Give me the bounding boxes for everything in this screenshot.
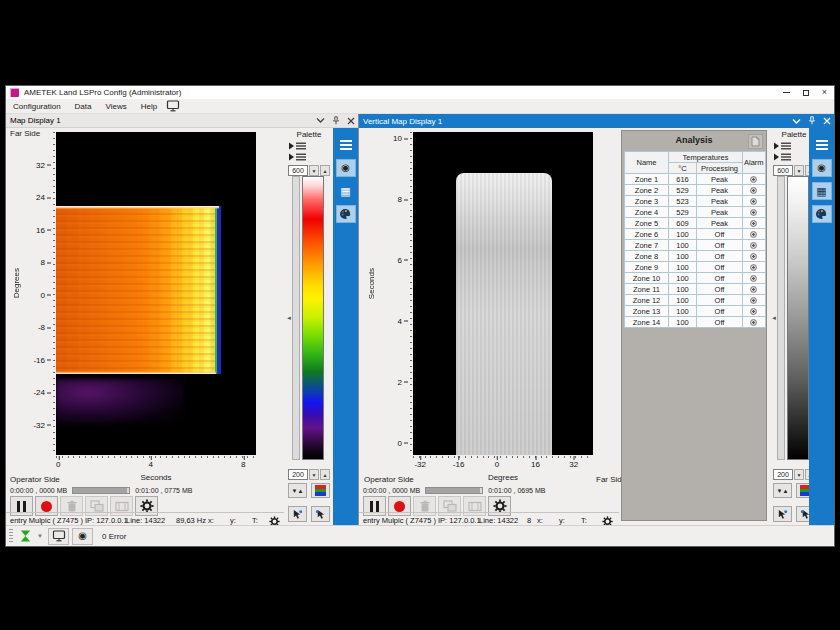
palette-slider-marker[interactable]: ◄ bbox=[286, 315, 292, 321]
palette-min-down-button[interactable]: ▼ bbox=[794, 469, 804, 480]
analysis-zone-row[interactable]: Zone 2529Peak bbox=[625, 185, 766, 196]
connection-dropdown-button[interactable]: ▼ bbox=[35, 528, 45, 545]
vertical-map-image[interactable] bbox=[413, 132, 593, 455]
analysis-export-button[interactable] bbox=[748, 134, 763, 149]
zone-name: Zone 11 bbox=[625, 284, 669, 295]
palette-autoscale-button[interactable]: ▼▲ bbox=[288, 483, 307, 498]
column-header-alarm[interactable]: Alarm bbox=[743, 152, 766, 174]
strip-menu-button[interactable] bbox=[336, 136, 356, 154]
pointer-tool-button[interactable] bbox=[773, 506, 792, 522]
analysis-zone-row[interactable]: Zone 1616Peak bbox=[625, 174, 766, 185]
monitor-menu-button[interactable] bbox=[166, 100, 180, 112]
zone-name: Zone 14 bbox=[625, 317, 669, 328]
palette-max-up-button[interactable]: ▲ bbox=[320, 165, 330, 176]
panel-close-button[interactable] bbox=[819, 115, 834, 127]
panel-pin-button[interactable] bbox=[804, 115, 819, 127]
playlist-icon bbox=[774, 153, 792, 161]
strip-display-button[interactable]: ◉ bbox=[812, 159, 832, 177]
panel-pin-button[interactable] bbox=[328, 115, 343, 127]
palette-max-value[interactable]: 600 bbox=[773, 165, 793, 176]
strip-menu-button[interactable] bbox=[812, 136, 832, 154]
palette-preset-button-1[interactable] bbox=[289, 141, 313, 151]
gear-icon bbox=[493, 499, 507, 513]
zone-processing: Peak bbox=[697, 185, 743, 196]
palette-min-value[interactable]: 200 bbox=[288, 469, 308, 480]
analysis-zone-row[interactable]: Zone 9100Off bbox=[625, 262, 766, 273]
palette-gradient[interactable] bbox=[302, 176, 324, 460]
palette-min-spinner: 200 ▼ ▲ bbox=[288, 469, 332, 480]
close-button[interactable]: × bbox=[815, 86, 834, 99]
strip-palette-button[interactable] bbox=[336, 205, 356, 223]
analysis-zone-row[interactable]: Zone 13100Off bbox=[625, 306, 766, 317]
analysis-zone-row[interactable]: Zone 5609Peak bbox=[625, 218, 766, 229]
strip-table-button[interactable]: ▦ bbox=[812, 182, 832, 200]
minimize-button[interactable] bbox=[777, 86, 796, 99]
statusbar-grip[interactable] bbox=[9, 529, 13, 543]
rgb-icon bbox=[315, 485, 326, 496]
palette-max-down-button[interactable]: ▼ bbox=[309, 165, 319, 176]
palette-preset-button-1[interactable] bbox=[774, 141, 798, 151]
panel-menu-button[interactable] bbox=[313, 115, 328, 127]
strip-palette-button[interactable] bbox=[812, 205, 832, 223]
palette-min-down-button[interactable]: ▼ bbox=[309, 469, 319, 480]
panel-close-button[interactable] bbox=[343, 115, 358, 127]
pin-icon bbox=[807, 116, 817, 126]
line-status: Line: 14322 bbox=[479, 516, 518, 525]
zone-alarm bbox=[743, 251, 766, 262]
zone-processing: Off bbox=[697, 251, 743, 262]
operator-side-label: Operator Side bbox=[10, 475, 60, 484]
target-status-button[interactable]: ◉ bbox=[72, 528, 93, 545]
alarm-led-icon bbox=[750, 198, 757, 205]
axis-tick-label: 32 bbox=[36, 160, 45, 169]
analysis-zone-row[interactable]: Zone 4529Peak bbox=[625, 207, 766, 218]
palette-slider-marker[interactable]: ◄ bbox=[771, 315, 777, 321]
menu-help[interactable]: Help bbox=[134, 100, 164, 113]
maximize-button[interactable] bbox=[796, 86, 815, 99]
palette-min-up-button[interactable]: ▲ bbox=[320, 469, 330, 480]
palette-slider-track[interactable] bbox=[292, 176, 300, 460]
palette-gradient[interactable] bbox=[787, 176, 809, 460]
axis-tick-label: 6 bbox=[398, 255, 402, 264]
zone-name: Zone 12 bbox=[625, 295, 669, 306]
analysis-zone-row[interactable]: Zone 12100Off bbox=[625, 295, 766, 306]
analysis-zone-row[interactable]: Zone 11100Off bbox=[625, 284, 766, 295]
analysis-zone-row[interactable]: Zone 14100Off bbox=[625, 317, 766, 328]
zone-name: Zone 8 bbox=[625, 251, 669, 262]
menu-configuration[interactable]: Configuration bbox=[6, 100, 68, 113]
analysis-zone-row[interactable]: Zone 10100Off bbox=[625, 273, 766, 284]
cursor-x-label: x: bbox=[208, 516, 214, 525]
palette-color-mode-button[interactable] bbox=[311, 483, 330, 498]
palette-slider-track[interactable] bbox=[777, 176, 785, 460]
map-display-header[interactable]: Map Display 1 bbox=[6, 114, 358, 128]
palette-autoscale-button[interactable]: ▼▲ bbox=[773, 483, 792, 498]
palette-preset-button-2[interactable] bbox=[774, 152, 798, 162]
palette-min-value[interactable]: 200 bbox=[773, 469, 793, 480]
connection-status-button[interactable] bbox=[19, 528, 32, 545]
strip-display-button[interactable]: ◉ bbox=[336, 159, 356, 177]
menu-views[interactable]: Views bbox=[99, 100, 134, 113]
monitor-status-button[interactable] bbox=[48, 528, 69, 545]
column-header-processing[interactable]: Processing bbox=[697, 163, 743, 174]
column-header-temperatures[interactable]: Temperatures bbox=[669, 152, 743, 163]
strip-table-button[interactable]: ▦ bbox=[336, 182, 356, 200]
palette-preset-button-2[interactable] bbox=[289, 152, 313, 162]
y-minor-ticks bbox=[53, 132, 55, 455]
analysis-zone-row[interactable]: Zone 3523Peak bbox=[625, 196, 766, 207]
panel-menu-button[interactable] bbox=[789, 115, 804, 127]
menu-data[interactable]: Data bbox=[68, 100, 99, 113]
axis-tick-label: 32 bbox=[569, 460, 578, 469]
recorder-progress: 0:00:00 , 0000 MB 0:01:00 , 0695 MB bbox=[363, 486, 545, 495]
pointer-tool-button[interactable] bbox=[288, 506, 307, 522]
palette-max-down-button[interactable]: ▼ bbox=[794, 165, 804, 176]
analysis-zone-row[interactable]: Zone 8100Off bbox=[625, 251, 766, 262]
palette-gradient-area: ◄ bbox=[286, 176, 332, 460]
palette-max-value[interactable]: 600 bbox=[288, 165, 308, 176]
grayscale-slab bbox=[456, 173, 551, 455]
column-header-celsius[interactable]: °C bbox=[669, 163, 697, 174]
vertical-map-header[interactable]: Vertical Map Display 1 bbox=[359, 114, 834, 128]
pan-tool-button[interactable] bbox=[311, 506, 330, 522]
analysis-zone-row[interactable]: Zone 6100Off bbox=[625, 229, 766, 240]
column-header-name[interactable]: Name bbox=[625, 152, 669, 174]
analysis-zone-row[interactable]: Zone 7100Off bbox=[625, 240, 766, 251]
thermal-map-image[interactable] bbox=[56, 132, 256, 455]
